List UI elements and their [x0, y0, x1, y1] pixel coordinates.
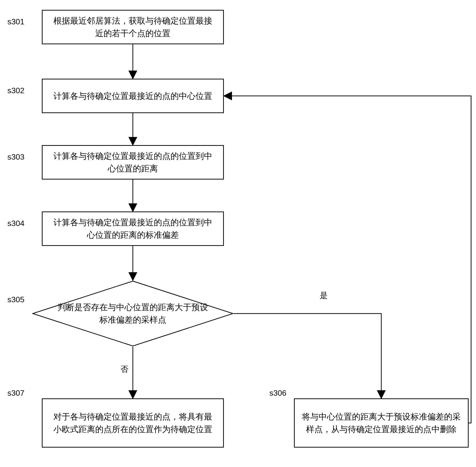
process-s304: 计算各与待确定位置最接近的点的位置到中心位置的距离的标准偏差 — [42, 211, 224, 246]
decision-text: 判断是否存在与中心位置的距离大于预设标准偏差的采样点 — [57, 301, 209, 326]
process-s302: 计算各与待确定位置最接近的点的中心位置 — [42, 79, 224, 113]
step-label-s306: s306 — [269, 389, 286, 398]
step-label-s303: s303 — [7, 152, 24, 162]
step-label-s307: s307 — [7, 389, 24, 398]
process-s301: 根据最近邻居算法，获取与待确定位置最接近的若干个点的位置 — [42, 10, 224, 44]
process-s303: 计算各与待确定位置最接近的点的位置到中心位置的距离 — [42, 145, 224, 180]
process-s306: 将与中心位置的距离大于预设标准偏差的采样点，从与待确定位置最接近的点中删除 — [294, 398, 469, 448]
step-label-s304: s304 — [7, 219, 24, 228]
branch-no-label: 否 — [121, 364, 128, 375]
step-label-s305: s305 — [7, 295, 24, 304]
decision-s305: 判断是否存在与中心位置的距离大于预设标准偏差的采样点 — [32, 280, 234, 347]
step-label-s301: s301 — [7, 17, 24, 26]
flowchart-container: s301 s302 s303 s304 s305 s306 s307 根据最近邻… — [0, 0, 476, 467]
step-label-s302: s302 — [7, 86, 24, 95]
process-s307: 对于各与待确定位置最接近的点，将具有最小欧式距离的点所在的位置作为待确定位置 — [42, 398, 224, 448]
branch-yes-label: 是 — [320, 290, 328, 301]
